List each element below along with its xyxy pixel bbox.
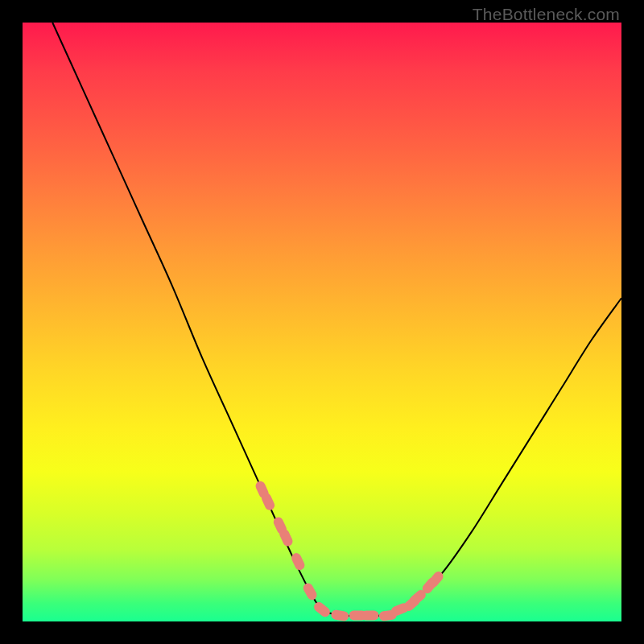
curve-marker bbox=[330, 609, 349, 621]
curve-marker bbox=[302, 581, 319, 601]
chart-svg bbox=[23, 23, 621, 621]
chart-plot-area bbox=[23, 23, 621, 621]
bottleneck-curve bbox=[52, 23, 621, 616]
curve-marker bbox=[361, 611, 379, 621]
curve-marker bbox=[312, 601, 332, 619]
watermark-text: TheBottleneck.com bbox=[473, 5, 620, 24]
marker-group bbox=[254, 480, 445, 621]
